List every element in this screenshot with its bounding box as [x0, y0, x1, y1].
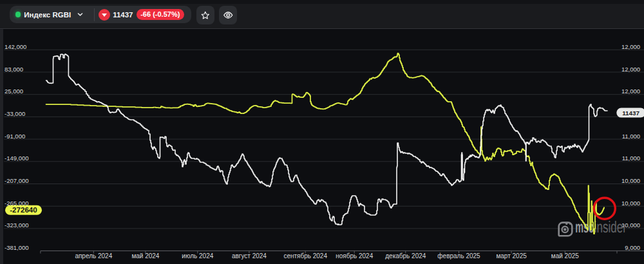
svg-text:-33,000: -33,000 [5, 110, 25, 117]
svg-text:ноябрь 2024: ноябрь 2024 [336, 252, 373, 259]
svg-text:февраль 2025: февраль 2025 [437, 252, 480, 259]
svg-text:10,000: 10,000 [621, 177, 640, 184]
svg-text:декабрь 2024: декабрь 2024 [385, 252, 426, 259]
svg-text:12,000: 12,000 [621, 66, 640, 73]
svg-text:11437: 11437 [622, 109, 639, 117]
svg-text:142,000: 142,000 [5, 43, 26, 50]
svg-text:июль 2024: июль 2024 [182, 252, 213, 259]
svg-text:август 2024: август 2024 [232, 252, 267, 259]
svg-text:-207,000: -207,000 [5, 177, 29, 184]
svg-text:12,000: 12,000 [621, 88, 640, 95]
svg-text:май 2024: май 2024 [131, 252, 159, 259]
svg-text:9,000: 9,000 [625, 244, 640, 251]
svg-text:март 2025: март 2025 [496, 252, 527, 259]
svg-text:10,000: 10,000 [621, 200, 640, 207]
svg-text:апрель 2024: апрель 2024 [75, 252, 112, 259]
svg-text:11,000: 11,000 [622, 133, 640, 140]
svg-text:83,000: 83,000 [5, 66, 23, 73]
svg-text:май 2025: май 2025 [551, 252, 579, 259]
svg-text:12,000: 12,000 [621, 43, 640, 50]
svg-text:сентябрь 2024: сентябрь 2024 [283, 252, 327, 259]
svg-text:-272640: -272640 [10, 205, 37, 214]
svg-text:25,000: 25,000 [5, 88, 23, 95]
svg-text:-381,000: -381,000 [5, 244, 29, 251]
svg-text:-149,000: -149,000 [5, 155, 29, 162]
svg-text:11,000: 11,000 [622, 155, 640, 162]
svg-text:-91,000: -91,000 [5, 133, 25, 140]
svg-text:insider: insider [594, 218, 627, 236]
svg-text:-323,000: -323,000 [5, 222, 29, 229]
